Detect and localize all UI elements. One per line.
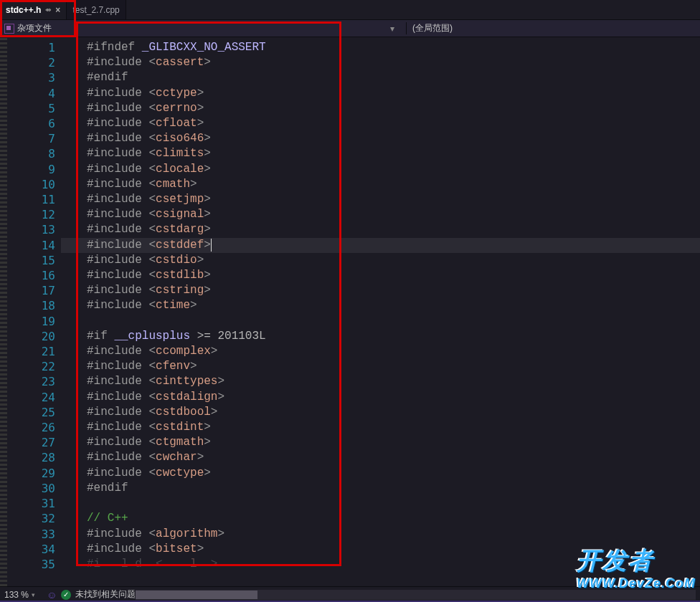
breadcrumb-bar: 杂项文件 ▾ (全局范围) xyxy=(0,20,700,37)
line-number: 5 xyxy=(7,101,55,116)
tab-inactive[interactable]: test_2.7.cpp xyxy=(67,0,126,19)
line-number: 13 xyxy=(7,222,55,237)
watermark-main: 开发者 xyxy=(577,547,654,574)
code-line[interactable]: #include <ccomplex> xyxy=(61,344,700,359)
line-number: 34 xyxy=(7,542,55,557)
code-line[interactable] xyxy=(61,496,700,511)
code-line[interactable]: #include <cassert> xyxy=(61,55,700,70)
chevron-down-icon: ▾ xyxy=(32,591,35,598)
tab-active[interactable]: stdc++.h ⇴ × xyxy=(0,0,67,19)
misc-files-icon xyxy=(4,24,14,34)
code-line[interactable]: #include <cstring> xyxy=(61,283,700,298)
tab-bar: stdc++.h ⇴ × test_2.7.cpp xyxy=(0,0,700,20)
line-number: 29 xyxy=(7,466,55,481)
code-line[interactable]: #include <ctgmath> xyxy=(61,435,700,450)
code-line[interactable]: // C++ xyxy=(61,511,700,526)
code-line[interactable]: #include <cinttypes> xyxy=(61,374,700,389)
ok-status-icon[interactable]: ✓ xyxy=(61,590,71,600)
code-line[interactable]: #include <cmath> xyxy=(61,177,700,192)
code-line[interactable]: #include <cerrno> xyxy=(61,101,700,116)
code-line[interactable]: #include <cstdalign> xyxy=(61,390,700,405)
line-number: 30 xyxy=(7,481,55,496)
line-number: 10 xyxy=(7,177,55,192)
zoom-value: 133 % xyxy=(4,590,29,600)
line-number: 12 xyxy=(7,207,55,222)
line-number-gutter: 1234567891011121314151617181920212223242… xyxy=(7,37,61,586)
line-number: 2 xyxy=(7,55,55,70)
watermark: 开发者 WWW.DevZe.CoM xyxy=(577,545,696,589)
line-number: 22 xyxy=(7,359,55,374)
code-line[interactable]: #include <cstdlib> xyxy=(61,268,700,283)
code-line[interactable]: #include <algorithm> xyxy=(61,527,700,542)
code-line[interactable]: #include <cstdarg> xyxy=(61,222,700,237)
code-line[interactable]: #include <cfloat> xyxy=(61,116,700,131)
scope-label: (全局范围) xyxy=(412,23,453,33)
code-line[interactable]: #include <cstdio> xyxy=(61,253,700,268)
line-number: 8 xyxy=(7,146,55,161)
line-number: 17 xyxy=(7,283,55,298)
pin-icon[interactable]: ⇴ xyxy=(45,6,51,14)
issues-text: 未找到相关问题 xyxy=(75,588,136,601)
outlining-margin[interactable] xyxy=(0,37,7,586)
code-line[interactable]: #include <cstddef> xyxy=(61,238,700,253)
line-number: 21 xyxy=(7,344,55,359)
line-number: 27 xyxy=(7,435,55,450)
scrollbar-thumb[interactable] xyxy=(136,591,257,599)
code-line[interactable]: #include <clocale> xyxy=(61,162,700,177)
line-number: 15 xyxy=(7,253,55,268)
code-line[interactable]: #include <ctime> xyxy=(61,298,700,313)
code-line[interactable]: #ifndef _GLIBCXX_NO_ASSERT xyxy=(61,40,700,55)
code-line[interactable]: #include <cwchar> xyxy=(61,450,700,465)
code-line[interactable]: #include <csignal> xyxy=(61,207,700,222)
line-number: 28 xyxy=(7,450,55,465)
code-line[interactable]: #include <cctype> xyxy=(61,86,700,101)
tab-label: stdc++.h xyxy=(6,5,41,15)
code-line[interactable]: #include <cfenv> xyxy=(61,359,700,374)
zoom-control[interactable]: 133 % ▾ xyxy=(0,590,39,600)
line-number: 18 xyxy=(7,298,55,313)
line-number: 3 xyxy=(7,70,55,85)
tab-label: test_2.7.cpp xyxy=(72,5,119,15)
line-number: 32 xyxy=(7,511,55,526)
line-number: 25 xyxy=(7,405,55,420)
feedback-icon[interactable]: ☺ xyxy=(47,589,57,601)
line-number: 20 xyxy=(7,329,55,344)
code-line[interactable]: #include <cstdint> xyxy=(61,420,700,435)
line-number: 14 xyxy=(7,238,55,253)
line-number: 23 xyxy=(7,374,55,389)
code-line[interactable]: #include <climits> xyxy=(61,146,700,161)
scope-dropdown[interactable]: (全局范围) xyxy=(406,22,700,34)
code-line[interactable]: #endif xyxy=(61,481,700,496)
line-number: 11 xyxy=(7,192,55,207)
line-number: 24 xyxy=(7,390,55,405)
code-line[interactable] xyxy=(61,314,700,329)
watermark-sub: WWW.DevZe.CoM xyxy=(577,578,696,589)
line-number: 4 xyxy=(7,86,55,101)
horizontal-scrollbar[interactable] xyxy=(136,590,696,600)
code-line[interactable]: #include <cwctype> xyxy=(61,466,700,481)
code-line[interactable]: #if __cplusplus >= 201103L xyxy=(61,329,700,344)
chevron-down-icon[interactable]: ▾ xyxy=(390,24,402,34)
line-number: 6 xyxy=(7,116,55,131)
line-number: 16 xyxy=(7,268,55,283)
editor-area: 1234567891011121314151617181920212223242… xyxy=(0,37,700,586)
line-number: 1 xyxy=(7,40,55,55)
line-number: 31 xyxy=(7,496,55,511)
line-number: 35 xyxy=(7,557,55,572)
line-number: 7 xyxy=(7,131,55,146)
misc-label: 杂项文件 xyxy=(17,22,52,34)
line-number: 9 xyxy=(7,162,55,177)
code-content[interactable]: #ifndef _GLIBCXX_NO_ASSERT#include <cass… xyxy=(61,37,700,586)
line-number: 33 xyxy=(7,527,55,542)
project-scope[interactable]: 杂项文件 xyxy=(0,22,75,34)
code-line[interactable]: #endif xyxy=(61,70,700,85)
code-line[interactable]: #include <csetjmp> xyxy=(61,192,700,207)
line-number: 26 xyxy=(7,420,55,435)
code-line[interactable]: #include <ciso646> xyxy=(61,131,700,146)
code-line[interactable]: #include <cstdbool> xyxy=(61,405,700,420)
close-icon[interactable]: × xyxy=(55,5,60,15)
breadcrumb-mid: ▾ xyxy=(75,24,406,34)
line-number: 19 xyxy=(7,314,55,329)
